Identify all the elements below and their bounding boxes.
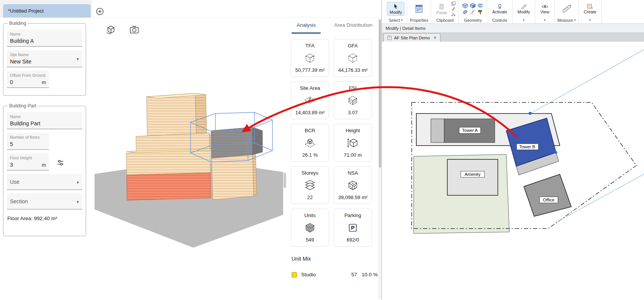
chevron-down-icon: ▾ [401,18,403,22]
join-geometry-icon[interactable] [478,3,483,8]
scrollbar-thumb[interactable] [379,19,381,168]
selection-grip-dot[interactable] [555,151,558,154]
create-panel-expander[interactable]: ▾ [581,17,598,23]
tab-area-distribution[interactable]: Area Distribution [329,18,377,34]
split-icon[interactable] [470,9,476,15]
metric-label: TFA [305,43,315,49]
selected-building-part-mass[interactable] [212,127,262,158]
screen: *Untitled Project Building Name Building… [0,0,644,300]
field-value: Building A [10,38,79,44]
metric-value: 22 [307,195,313,200]
metric-card-parking: Parking P 692/0 [334,209,372,246]
floor-height-field[interactable]: Floor Height 3 m [7,153,49,170]
view-tab-site-plan[interactable]: AF Site Plan Demo ✕ [383,33,440,42]
demolish-hammer-icon[interactable] [478,9,483,15]
metric-card-height: Height 71.00 m [334,124,372,162]
cope-geometry-icon[interactable] [462,3,468,8]
snapshot-camera-button[interactable] [129,24,140,35]
metric-card-fsi: FSI 3.07 [334,81,372,119]
dotted-cube-icon [347,52,359,64]
building-part-panel-legend: Building Part [8,103,38,109]
panel-resize-handle[interactable] [284,173,286,188]
view-tab-bar: AF Site Plan Demo ✕ [382,33,644,42]
front-tower-mass[interactable] [212,154,257,200]
metric-label: Site Area [300,85,320,91]
metric-card-site-area: Site Area 14,403.89 m² [291,81,329,119]
measure-panel-label[interactable]: Measure ▾ [558,17,576,23]
add-project-button[interactable] [96,7,104,16]
paste-button[interactable]: Paste [434,2,449,16]
analysis-panel: Analysis Area Distribution TFA 50,777.39… [287,18,382,300]
tab-analysis[interactable]: Analysis [292,18,321,34]
site-area-icon [304,94,316,107]
analysis-scrollbar[interactable] [378,18,382,299]
chevron-down-icon: ▾ [589,18,591,22]
unit-mix-section: Unit Mix Studio 57 10.0 % [287,256,382,277]
offset-from-ground-field[interactable]: Offset From Ground 0 m [7,71,49,88]
unit-label: m [42,79,46,85]
3d-viewport[interactable] [89,18,287,300]
massing-model[interactable] [89,18,287,300]
tower-b-label: Tower B [519,144,535,149]
ribbon-group-create: Create ▾ [579,0,602,23]
properties-button[interactable] [412,3,426,14]
view-panel-expander[interactable]: ▾ [538,17,552,23]
part-name-field[interactable]: Name Building Part [7,112,82,129]
ribbon-group-properties: Properties [407,0,431,23]
metric-value: 549 [306,237,314,243]
geometry-panel-label[interactable]: Geometry [461,17,484,23]
metric-cards: TFA 50,777.39 m² GFA 44,176.33 m² Site A… [287,34,382,246]
building-name-field[interactable]: Name Building A [7,29,82,47]
activate-controls-button[interactable]: Activate [490,3,509,15]
section-select[interactable]: Section ▾ [7,193,82,209]
select-panel-label[interactable]: Select ▾ [387,17,404,23]
height-measure-icon [347,137,359,149]
chevron-down-icon[interactable]: ▾ [77,199,79,204]
metric-card-gfa: GFA 44,176.33 m² [334,39,372,77]
building-part-panel: Building Part Name Building Part Number … [3,103,86,236]
field-label: Name [10,114,79,119]
cut-geometry-icon[interactable] [470,3,476,8]
properties-panel-label[interactable]: Properties [410,17,428,23]
number-of-floors-field[interactable]: Number of floors 5 [7,133,49,150]
selection-grip[interactable] [529,112,532,115]
unit-mix-title: Unit Mix [292,256,378,262]
cut-icon[interactable] [451,12,456,16]
modify-panel-button[interactable]: Modify [515,3,532,15]
metric-value: 50,777.39 m² [295,67,325,73]
close-icon[interactable]: ✕ [434,36,437,40]
drawing-canvas[interactable]: Tower A Tower B Amenity Office [382,42,644,300]
view-panel-button[interactable]: View [538,3,552,15]
metric-value: 3.07 [348,110,357,115]
tune-settings-icon[interactable] [57,159,64,167]
office-shape[interactable] [524,174,571,216]
orbit-cube-button[interactable] [106,24,116,35]
chevron-down-icon[interactable]: ▾ [77,180,79,185]
metric-label: BCR [305,128,315,133]
clipboard-panel-label[interactable]: Clipboard [434,17,456,23]
studio-color-swatch [292,272,297,277]
field-label: Site Name [10,52,79,57]
use-select[interactable]: Use ▾ [7,174,82,190]
modify-tool-button[interactable]: Modify [387,2,404,15]
field-value: New Site [10,58,79,65]
podium-mass[interactable] [126,149,221,200]
paint-icon[interactable] [462,9,468,15]
project-tab[interactable]: *Untitled Project [3,4,91,18]
rear-tower-mass[interactable] [147,93,207,138]
site-name-select[interactable]: Site Name New Site ▾ [7,50,82,67]
core-block[interactable] [431,119,444,143]
measure-button[interactable] [559,3,574,15]
match-type-icon[interactable] [451,6,456,11]
modify-panel-expander[interactable]: ▾ [515,17,532,23]
cursor-icon [393,3,399,10]
controls-panel-label[interactable]: Controls [490,17,509,23]
copy-icon[interactable] [451,1,456,6]
chevron-down-icon[interactable]: ▾ [77,57,79,62]
unit-label: m [42,162,46,168]
select-placeholder: Section [10,198,28,204]
metric-value: 692/0 [347,237,359,243]
unit-count: 57 [344,272,357,277]
paste-label: Paste [436,10,447,15]
create-panel-button[interactable]: Create [581,3,598,15]
